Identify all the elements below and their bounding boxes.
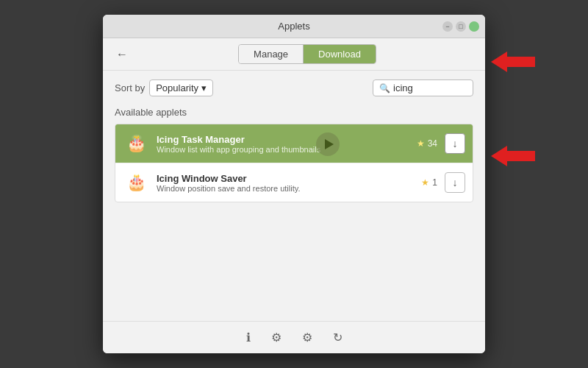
- list-item[interactable]: 🎂 Icing Window Saver Window position sav…: [115, 163, 473, 202]
- applet-name: Icing Window Saver: [157, 173, 414, 184]
- applet-icon: 🎂: [123, 130, 149, 157]
- arrow-right: [491, 146, 535, 166]
- minimize-button[interactable]: −: [442, 21, 453, 32]
- refresh-button[interactable]: ↻: [330, 328, 345, 347]
- sort-label: Sort by: [115, 82, 145, 93]
- tab-manage[interactable]: Manage: [239, 45, 304, 63]
- applet-meta: ★ 1: [421, 177, 437, 188]
- tab-download[interactable]: Download: [304, 45, 376, 63]
- star-icon: ★: [417, 138, 425, 149]
- download-button[interactable]: ↓: [445, 133, 465, 154]
- toolbar: ← Manage Download: [103, 38, 485, 71]
- applet-info: Icing Task Manager Window list with app …: [157, 134, 409, 154]
- sort-value: Popularity: [156, 82, 198, 93]
- sort-dropdown[interactable]: Popularity ▾: [149, 79, 213, 96]
- applet-name: Icing Task Manager: [157, 134, 409, 145]
- bottom-bar: ℹ ⚙ ⚙ ↻: [103, 321, 485, 353]
- window-title: Applets: [278, 21, 309, 32]
- search-box: 🔍: [373, 79, 473, 96]
- search-input[interactable]: [393, 82, 467, 93]
- info-button[interactable]: ℹ: [243, 328, 254, 347]
- chevron-down-icon: ▾: [201, 82, 207, 93]
- applet-icon: 🎂: [123, 169, 149, 196]
- refresh-icon: ↻: [333, 330, 343, 344]
- content-area: Sort by Popularity ▾ 🔍 Available applets: [103, 71, 485, 321]
- section-label: Available applets: [115, 107, 473, 118]
- back-button[interactable]: ←: [112, 46, 132, 63]
- star-icon: ★: [421, 177, 429, 188]
- applet-meta: ★ 34: [417, 138, 437, 149]
- arrow-top: [491, 52, 535, 72]
- applet-info: Icing Window Saver Window position save …: [157, 173, 414, 193]
- search-icon: 🔍: [379, 83, 390, 93]
- titlebar: Applets − □: [103, 15, 485, 38]
- applet-desc: Window position save and restore utility…: [157, 184, 414, 193]
- config-button[interactable]: ⚙: [299, 328, 315, 347]
- download-button[interactable]: ↓: [445, 172, 465, 193]
- window-controls: − □: [442, 21, 479, 32]
- applet-desc: Window list with app grouping and thumbn…: [157, 145, 409, 154]
- filter-row: Sort by Popularity ▾ 🔍: [115, 79, 473, 96]
- star-count: 34: [428, 138, 437, 149]
- tab-group: Manage Download: [238, 44, 376, 64]
- list-item[interactable]: 🎂 Icing Task Manager Window list with ap…: [115, 124, 473, 163]
- applet-list: 🎂 Icing Task Manager Window list with ap…: [115, 124, 473, 202]
- maximize-button[interactable]: □: [456, 21, 466, 32]
- sort-by-group: Sort by Popularity ▾: [115, 79, 213, 96]
- close-button[interactable]: [469, 21, 479, 32]
- star-count: 1: [432, 177, 437, 188]
- config-icon: ⚙: [302, 330, 312, 344]
- gear-icon: ⚙: [271, 330, 282, 344]
- applets-window: Applets − □ ← Manage Download Sort by: [103, 15, 485, 353]
- settings-button[interactable]: ⚙: [268, 328, 284, 347]
- info-icon: ℹ: [246, 330, 251, 344]
